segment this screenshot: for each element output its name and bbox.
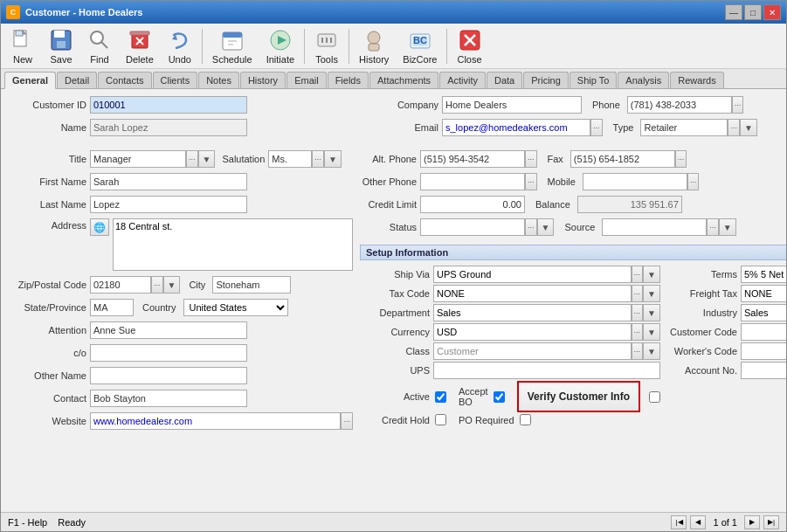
attachments-tab[interactable]: Attachments [369, 72, 438, 88]
other-name-input[interactable] [90, 367, 247, 384]
source-btn[interactable]: ··· [707, 218, 719, 236]
account-no-input[interactable] [741, 362, 786, 379]
globe-button[interactable]: 🌐 [90, 218, 109, 236]
customer-id-input[interactable] [90, 96, 247, 114]
workers-code-input[interactable] [741, 342, 786, 360]
tax-code-btn[interactable]: ··· [632, 285, 644, 302]
website-btn[interactable]: ··· [341, 412, 353, 430]
tax-code-dropdown[interactable]: ▼ [643, 285, 660, 302]
undo-button[interactable]: Undo [162, 25, 198, 67]
department-input[interactable] [433, 304, 632, 321]
source-dropdown[interactable]: ▼ [719, 218, 736, 236]
country-select[interactable]: United States [183, 299, 288, 316]
data-tab[interactable]: Data [487, 72, 522, 88]
ship-via-btn[interactable]: ··· [632, 266, 644, 283]
contact-input[interactable] [90, 390, 247, 407]
salutation-input[interactable] [268, 150, 312, 168]
salutation-dropdown[interactable]: ▼ [324, 150, 342, 168]
save-button[interactable]: Save [43, 25, 79, 67]
email-input[interactable] [442, 119, 590, 136]
next-page-button[interactable]: ▶ [744, 515, 760, 529]
delete-button[interactable]: Delete [120, 25, 160, 67]
class-dropdown[interactable]: ▼ [643, 342, 660, 360]
source-input[interactable] [602, 218, 707, 236]
last-name-input[interactable] [90, 196, 247, 213]
pricing-tab[interactable]: Pricing [523, 72, 569, 88]
history-button[interactable]: History [353, 25, 395, 67]
history-tab[interactable]: History [240, 72, 286, 88]
zip-btn[interactable]: ··· [151, 276, 163, 294]
contacts-tab[interactable]: Contacts [98, 72, 151, 88]
type-input[interactable] [640, 119, 728, 136]
po-required-checkbox[interactable] [520, 414, 531, 425]
customer-code-input[interactable] [741, 323, 786, 341]
active-checkbox[interactable] [435, 391, 446, 403]
status-input[interactable] [420, 218, 525, 236]
credit-hold-checkbox[interactable] [435, 414, 446, 425]
title-input[interactable] [90, 150, 186, 168]
alt-phone-btn[interactable]: ··· [525, 150, 537, 168]
minimize-button[interactable]: — [725, 4, 742, 20]
detail-tab[interactable]: Detail [57, 72, 97, 88]
industry-input[interactable] [741, 304, 786, 321]
department-dropdown[interactable]: ▼ [643, 304, 660, 321]
website-input[interactable] [90, 412, 341, 430]
schedule-button[interactable]: Schedule [206, 25, 259, 67]
email-tab[interactable]: Email [286, 72, 327, 88]
maximize-button[interactable]: □ [744, 4, 762, 20]
phone-input[interactable] [627, 96, 732, 114]
city-input[interactable] [212, 276, 291, 294]
balance-input[interactable] [577, 196, 682, 213]
accept-bo-checkbox[interactable] [494, 391, 505, 403]
class-btn[interactable]: ··· [632, 342, 644, 360]
other-phone-input[interactable] [420, 173, 525, 190]
currency-dropdown[interactable]: ▼ [643, 323, 660, 341]
notes-tab[interactable]: Notes [198, 72, 239, 88]
tools-button[interactable]: Tools [308, 25, 345, 67]
credit-limit-input[interactable] [420, 196, 525, 213]
ship-via-dropdown[interactable]: ▼ [643, 266, 660, 283]
last-page-button[interactable]: ▶| [763, 515, 779, 529]
zip-input[interactable] [90, 276, 151, 294]
zip-dropdown[interactable]: ▼ [163, 276, 181, 294]
fax-btn[interactable]: ··· [675, 150, 687, 168]
co-input[interactable] [90, 344, 247, 362]
general-tab[interactable]: General [4, 72, 56, 89]
ups-input[interactable] [433, 362, 660, 379]
verify-checkbox[interactable] [649, 391, 660, 403]
other-phone-btn[interactable]: ··· [525, 173, 537, 190]
find-button[interactable]: Find [81, 25, 118, 67]
mobile-btn[interactable]: ··· [687, 173, 700, 190]
status-dropdown[interactable]: ▼ [537, 218, 555, 236]
currency-input[interactable] [433, 323, 632, 341]
terms-input[interactable] [741, 266, 786, 283]
new-button[interactable]: New [4, 25, 41, 67]
phone-btn[interactable]: ··· [732, 96, 744, 114]
state-input[interactable] [90, 299, 134, 316]
tax-code-input[interactable] [433, 285, 632, 302]
ship-to-tab[interactable]: Ship To [570, 72, 618, 88]
close-btn[interactable]: Close [451, 25, 487, 67]
first-page-button[interactable]: |◀ [671, 515, 687, 529]
attention-input[interactable] [90, 321, 247, 339]
company-input[interactable] [442, 96, 582, 114]
bizcore-button[interactable]: BC BizCore [397, 25, 443, 67]
verify-customer-button[interactable]: Verify Customer Info [517, 381, 640, 412]
activity-tab[interactable]: Activity [439, 72, 486, 88]
ship-via-input[interactable] [433, 266, 632, 283]
close-window-button[interactable]: ✕ [763, 4, 781, 20]
currency-btn[interactable]: ··· [632, 323, 644, 341]
fields-tab[interactable]: Fields [328, 72, 369, 88]
type-btn[interactable]: ··· [728, 119, 740, 136]
first-name-input[interactable] [90, 173, 247, 190]
status-btn[interactable]: ··· [525, 218, 537, 236]
rewards-tab[interactable]: Rewards [670, 72, 723, 88]
title-dropdown[interactable]: ▼ [198, 150, 216, 168]
analysis-tab[interactable]: Analysis [618, 72, 669, 88]
address-input[interactable]: 18 Central st. [113, 218, 353, 271]
alt-phone-input[interactable] [420, 150, 525, 168]
name-input[interactable] [90, 119, 247, 136]
email-btn[interactable]: ··· [590, 119, 603, 136]
class-input[interactable] [433, 342, 632, 360]
fax-input[interactable] [570, 150, 675, 168]
